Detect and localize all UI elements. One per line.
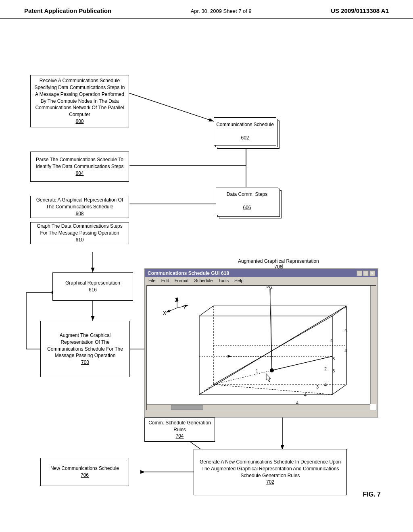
gui-menubar: File Edit Format Schedule Tools Help	[145, 277, 378, 284]
gui-titlebar-buttons: _ □ ×	[357, 270, 375, 276]
graphical-rep-label: Graphical Representation	[65, 280, 120, 286]
minimize-button[interactable]: _	[357, 270, 362, 276]
gen-new-ref: 702	[266, 479, 274, 485]
svg-line-21	[177, 305, 188, 308]
gui-title-text: Communications Schedule GUI 618	[148, 270, 229, 276]
publication-date: Apr. 30, 2009 Sheet 7 of 9	[191, 8, 252, 14]
diagram-area: Receive A Communications Schedule Specif…	[0, 19, 413, 510]
svg-line-2	[129, 93, 214, 121]
graph-steps-label: Graph The Data Communications Steps For …	[37, 223, 123, 236]
svg-text:X: X	[163, 310, 166, 316]
graph-steps-box: Graph The Data Communications Steps For …	[30, 222, 129, 244]
parse-ref: 604	[75, 170, 83, 176]
gui-titlebar: Communications Schedule GUI 618 _ □ ×	[145, 269, 378, 277]
parse-label: Parse The Communications Schedule To Ide…	[36, 157, 124, 169]
patent-number: US 2009/0113308 A1	[331, 7, 389, 14]
comm-gen-rules-label: Comm. Schedule Generation Rules	[148, 420, 211, 432]
menu-format[interactable]: Format	[175, 278, 189, 283]
svg-line-41	[332, 384, 346, 395]
scrollbar-bottom[interactable]	[147, 404, 370, 410]
augmented-label: Augmented Graphical Representation 708	[238, 258, 319, 270]
augment-ref: 700	[81, 360, 89, 365]
generate-new-box: Generate A New Communications Schedule I…	[194, 449, 347, 495]
gui-window[interactable]: Communications Schedule GUI 618 _ □ × Fi…	[144, 268, 378, 418]
new-comm-schedule-label: New Communications Schedule	[50, 466, 119, 471]
menu-file[interactable]: File	[148, 278, 156, 283]
generate-graphical-box: Generate A Graphical Representation Of T…	[30, 196, 129, 218]
scrollbar-thumb-horizontal[interactable]	[171, 405, 203, 410]
svg-line-22	[166, 308, 177, 312]
gen-graphical-label: Generate A Graphical Representation Of T…	[36, 197, 123, 210]
graphical-rep-box: Graphical Representation 616	[52, 272, 133, 301]
fig-label: FIG. 7	[363, 491, 381, 498]
svg-text:3: 3	[332, 356, 335, 361]
svg-line-36	[199, 306, 213, 316]
augment-label: Augment The Graphical Representation Of …	[47, 332, 123, 358]
data-comm-ref: 606	[243, 204, 251, 211]
comm-gen-rules-box: Comm. Schedule Generation Rules 704	[144, 418, 215, 442]
data-comm-stack: Data Comm. Steps 606	[216, 187, 278, 219]
svg-line-48	[213, 384, 332, 395]
menu-help[interactable]: Help	[234, 278, 244, 283]
receive-label: Receive A Communications Schedule Specif…	[34, 78, 125, 117]
publication-label: Patent Application Publication	[24, 7, 111, 14]
new-comm-schedule-box: New Communications Schedule 706	[40, 458, 129, 486]
svg-marker-53	[267, 286, 272, 370]
graph-steps-ref: 610	[75, 237, 83, 243]
svg-marker-54	[266, 374, 271, 382]
gen-new-label: Generate A New Communications Schedule I…	[200, 459, 341, 478]
menu-tools[interactable]: Tools	[218, 278, 229, 283]
svg-text:3: 3	[316, 384, 319, 389]
page-header: Patent Application Publication Apr. 30, …	[0, 0, 413, 19]
comm-schedule-label: Communications Schedule	[216, 121, 274, 128]
svg-text:3: 3	[332, 368, 335, 373]
new-comm-schedule-ref: 706	[81, 472, 89, 478]
parse-box: Parse The Communications Schedule To Ide…	[30, 152, 129, 182]
svg-line-56	[272, 356, 332, 370]
svg-text:Z: Z	[175, 297, 178, 303]
comm-schedule-stack: Communications Schedule 602	[214, 117, 280, 150]
data-comm-label: Data Comm. Steps	[227, 191, 267, 198]
svg-text:2: 2	[324, 366, 327, 371]
svg-text:4: 4	[304, 393, 307, 397]
graphical-rep-ref: 616	[89, 287, 97, 293]
maximize-button[interactable]: □	[363, 270, 369, 276]
augment-box: Augment The Graphical Representation Of …	[40, 321, 130, 377]
gen-graphical-ref: 608	[75, 211, 83, 216]
scrollbar-right[interactable]	[370, 286, 376, 404]
comm-gen-rules-ref: 704	[175, 433, 184, 439]
gui-content-area: Z Y X 4 4 4 4 3 2 3 1 3 4 4	[146, 285, 376, 410]
receive-box: Receive A Communications Schedule Specif…	[30, 75, 129, 127]
receive-ref: 600	[75, 118, 83, 124]
svg-text:1: 1	[256, 368, 258, 373]
svg-line-57	[213, 370, 272, 384]
comm-schedule-ref: 602	[241, 135, 249, 141]
menu-schedule[interactable]: Schedule	[194, 278, 213, 283]
menu-edit[interactable]: Edit	[161, 278, 169, 283]
svg-text:4: 4	[324, 382, 327, 387]
close-button[interactable]: ×	[369, 270, 375, 276]
graph-svg: Z Y X 4 4 4 4 3 2 3 1 3 4 4	[147, 286, 376, 410]
svg-line-49	[199, 306, 346, 395]
